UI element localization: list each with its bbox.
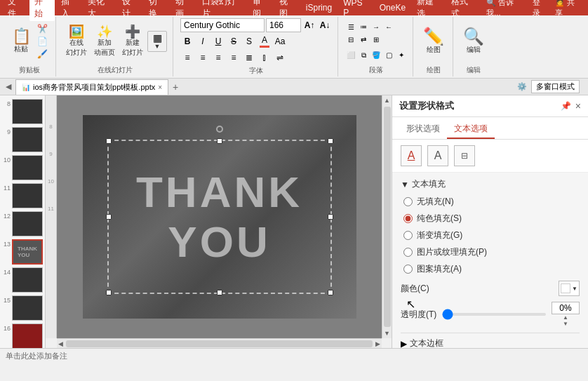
add-tab-button[interactable]: + bbox=[173, 81, 178, 93]
line-spacing-button[interactable]: ≣ bbox=[242, 51, 256, 65]
text-align-button[interactable]: ⊟ bbox=[345, 34, 356, 46]
columns-button[interactable]: ⫿ bbox=[258, 51, 272, 65]
slide-layout-button[interactable]: ▦ ▼ bbox=[147, 31, 167, 52]
scroll-right-button[interactable]: ▶ bbox=[374, 339, 382, 349]
paste-button[interactable]: 📋 粘贴 bbox=[8, 27, 34, 55]
h-scrollbar[interactable]: ◀ ▶ bbox=[57, 338, 382, 348]
font-color-button[interactable]: A bbox=[258, 34, 272, 48]
menu-oneke[interactable]: OneKe bbox=[375, 1, 410, 14]
indent-decrease-button[interactable]: ← bbox=[383, 22, 394, 33]
align-left-button[interactable]: ≡ bbox=[180, 51, 194, 65]
login-btn[interactable]: 登录 bbox=[533, 0, 547, 18]
convert-button[interactable]: ⇄ bbox=[358, 34, 369, 46]
rotate-handle[interactable] bbox=[216, 126, 223, 133]
share-btn[interactable]: 🙍 共享 bbox=[555, 0, 580, 18]
italic-button[interactable]: I bbox=[196, 34, 210, 48]
back-button[interactable]: ◀ bbox=[3, 82, 14, 91]
scroll-up-button[interactable]: ▲ bbox=[382, 95, 392, 105]
format-painter-button[interactable]: 🖌️ bbox=[35, 48, 50, 60]
handle-bl[interactable] bbox=[106, 290, 112, 295]
text-outline-icon-btn[interactable]: A bbox=[427, 145, 448, 166]
handle-tl[interactable] bbox=[106, 138, 112, 144]
underline-button[interactable]: U bbox=[211, 34, 225, 48]
scroll-thumb-h[interactable] bbox=[66, 340, 373, 347]
handle-bm[interactable] bbox=[217, 290, 222, 295]
opacity-up-button[interactable]: ▲ bbox=[563, 314, 568, 321]
opacity-down-button[interactable]: ▼ bbox=[563, 321, 568, 327]
text-box[interactable]: THANK YOU bbox=[107, 140, 332, 294]
text-fill-icon-btn[interactable]: A bbox=[401, 145, 422, 166]
tab-shape-options[interactable]: 形状选项 bbox=[399, 120, 447, 139]
tab-text-options[interactable]: 文本选项 bbox=[447, 120, 495, 139]
gradient-fill-radio[interactable] bbox=[403, 231, 413, 240]
align-right-button[interactable]: ≡ bbox=[211, 51, 225, 65]
picture-fill-radio[interactable] bbox=[403, 248, 413, 257]
font-size-input[interactable] bbox=[266, 18, 301, 32]
text-fill-title[interactable]: ▼ 文本填充 bbox=[401, 178, 580, 190]
scroll-thumb-v[interactable] bbox=[384, 107, 391, 327]
bullet-list-button[interactable]: ☰ bbox=[345, 22, 356, 33]
handle-tr[interactable] bbox=[328, 138, 333, 144]
cut-button[interactable]: ✂️ bbox=[35, 23, 50, 34]
effects-button[interactable]: ✦ bbox=[396, 50, 407, 61]
opacity-slider[interactable] bbox=[442, 313, 546, 316]
handle-tm[interactable] bbox=[217, 138, 222, 144]
slide-thumb-13[interactable]: 13 THANKYOU bbox=[1, 239, 44, 265]
online-slides-button[interactable]: 🖼️ 在线幻灯片 bbox=[63, 24, 90, 59]
fill-button[interactable]: 🪣 bbox=[370, 50, 382, 61]
pattern-fill-label: 图案填充(A) bbox=[417, 263, 462, 275]
panel-close-button[interactable]: × bbox=[575, 100, 581, 112]
scroll-left-button[interactable]: ◀ bbox=[57, 339, 65, 349]
justify-button[interactable]: ≡ bbox=[227, 51, 241, 65]
shapes-button[interactable]: ⬜ bbox=[345, 50, 356, 61]
decrease-font-button[interactable]: A↓ bbox=[318, 18, 332, 32]
indent-increase-button[interactable]: → bbox=[370, 22, 382, 33]
pattern-fill-radio[interactable] bbox=[403, 265, 413, 274]
slide-thumb-14[interactable]: 14 bbox=[1, 267, 44, 293]
no-fill-radio[interactable] bbox=[403, 197, 413, 206]
handle-mr[interactable] bbox=[328, 214, 333, 220]
doc-tab[interactable]: 📊 ios商务背景风项目策划ppt模板.pptx × bbox=[15, 79, 168, 95]
slide-thumb-8[interactable]: 8 bbox=[1, 98, 44, 125]
bold-button[interactable]: B bbox=[180, 34, 194, 48]
scroll-down-button[interactable]: ▼ bbox=[382, 328, 392, 338]
strikethrough-button[interactable]: S bbox=[227, 34, 241, 48]
font-size-aa[interactable]: Aa bbox=[273, 34, 287, 48]
increase-font-button[interactable]: A↑ bbox=[302, 18, 316, 32]
slide-thumb-16[interactable]: 16 bbox=[1, 323, 44, 348]
slide-thumb-12[interactable]: 12 bbox=[1, 210, 44, 237]
opacity-value-input[interactable] bbox=[552, 302, 580, 314]
color-picker-button[interactable]: ▼ bbox=[559, 281, 580, 296]
font-name-input[interactable] bbox=[180, 18, 265, 32]
text-border-section[interactable]: ▶ 文本边框 bbox=[401, 333, 580, 354]
search-tell-me[interactable]: 🔍 告诉我... bbox=[486, 0, 524, 18]
panel-pin-icon[interactable]: 📌 bbox=[561, 101, 571, 111]
handle-br[interactable] bbox=[328, 290, 333, 295]
menu-wpsp[interactable]: WPS P bbox=[338, 0, 373, 19]
smartart-button[interactable]: ⊞ bbox=[370, 34, 382, 46]
handle-ml[interactable] bbox=[106, 214, 112, 220]
slide-thumb-15[interactable]: 15 bbox=[1, 295, 44, 321]
slide-thumb-9[interactable]: 9 bbox=[1, 126, 44, 153]
v-scrollbar[interactable]: ▲ ▼ bbox=[382, 95, 392, 338]
numbered-list-button[interactable]: ≔ bbox=[358, 22, 369, 33]
arrange-button[interactable]: ⧉ bbox=[358, 50, 369, 61]
copy-button[interactable]: 📄 bbox=[35, 36, 50, 47]
align-center-button[interactable]: ≡ bbox=[196, 51, 210, 65]
solid-fill-radio[interactable] bbox=[403, 214, 413, 223]
multi-window-button[interactable]: 多窗口模式 bbox=[531, 80, 580, 93]
outline-button[interactable]: ▢ bbox=[383, 50, 394, 61]
new-animation-button[interactable]: ✨ 新加动画页 bbox=[91, 24, 118, 59]
doc-tab-close[interactable]: × bbox=[158, 83, 162, 91]
settings-icon[interactable]: ⚙️ bbox=[517, 82, 527, 91]
edit-button[interactable]: 🔍 编辑 bbox=[460, 27, 487, 56]
font-shadow-button[interactable]: S bbox=[242, 34, 256, 48]
text-effects-icon-btn[interactable]: ⊟ bbox=[454, 145, 475, 166]
slide-thumb-11[interactable]: 11 bbox=[1, 182, 44, 209]
canvas-area[interactable]: THANK YOU bbox=[57, 95, 382, 338]
menu-ispring[interactable]: iSpring bbox=[301, 1, 337, 14]
text-direction-button[interactable]: ⇌ bbox=[273, 51, 287, 65]
draw-button[interactable]: ✏️ 绘图 bbox=[420, 27, 447, 56]
slide-thumb-10[interactable]: 10 bbox=[1, 154, 44, 181]
new-slide-button[interactable]: ➕ 新建幻灯片 bbox=[119, 24, 146, 59]
